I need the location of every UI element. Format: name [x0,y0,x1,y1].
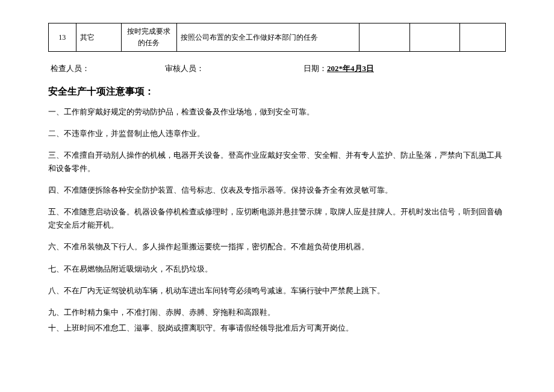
safety-table: 13 其它 按时完成要求的任务 按照公司布置的安全工作做好本部门的任务 [48,23,506,52]
date-value: 202*年4月3日 [327,64,374,73]
notice-item: 五、不准随意启动设备。机器设备停机检查或修理时，应切断电源并悬挂警示牌，取牌人应… [48,205,506,232]
notice-item: 四、不准随便拆除各种安全防护装置、信号标志、仪表及专指示器等。保持设备齐全有效灵… [48,184,506,197]
table-row: 13 其它 按时完成要求的任务 按照公司布置的安全工作做好本部门的任务 [49,23,506,52]
notice-item: 二、不违章作业，并监督制止他人违章作业。 [48,127,506,140]
date-label: 日期： [303,64,327,73]
notice-item: 三、不准擅自开动别人操作的机械，电器开关设备。登高作业应戴好安全带、安全帽、并有… [48,149,506,175]
notice-item: 六、不准吊装物及下行人。多人操作起重搬运要统一指挥，密切配合。不准超负荷使用机器… [48,240,506,254]
notice-item: 十、上班时间不准怠工、滋事、脱岗或擅离职守。有事请假经领导批准后方可离开岗位。 [48,322,506,335]
cell-category: 其它 [76,23,122,52]
notice-item: 七、不在易燃物品附近吸烟动火，不乱扔垃圾。 [48,263,506,276]
cell-description: 按照公司布置的安全工作做好本部门的任务 [176,23,359,52]
inspector-label: 检查人员： [51,63,165,75]
cell-index: 13 [49,23,76,52]
notice-item: 九、工作时精力集中，不准打闹、赤脚、赤膊、穿拖鞋和高跟鞋。 [48,306,506,319]
notice-list: 一、工作前穿戴好规定的劳动防护品，检查设备及作业场地，做到安全可靠。 二、不违章… [48,105,506,335]
notice-item: 八、不在厂内无证驾驶机动车辆，机动车进出车间转弯必须鸣号减速。车辆行驶中严禁爬上… [48,284,506,297]
cell-blank [359,23,409,52]
cell-blank [409,23,459,52]
section-title: 安全生产十项注意事项： [48,84,506,99]
notice-item: 一、工作前穿戴好规定的劳动防护品，检查设备及作业场地，做到安全可靠。 [48,105,506,119]
cell-requirement: 按时完成要求的任务 [122,23,176,52]
date-field: 日期：202*年4月3日 [303,63,374,75]
signature-row: 检查人员： 审核人员： 日期：202*年4月3日 [48,63,506,75]
cell-blank [460,23,506,52]
reviewer-label: 审核人员： [165,63,303,75]
